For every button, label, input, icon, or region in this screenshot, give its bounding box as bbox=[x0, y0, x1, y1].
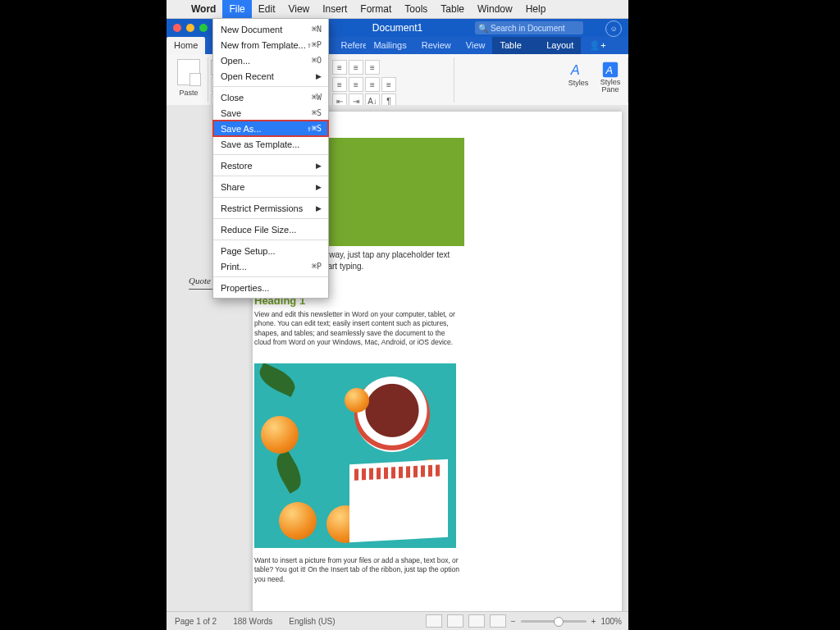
clipboard-icon bbox=[177, 59, 200, 85]
body-paragraph[interactable]: View and edit this newsletter in Word on… bbox=[254, 310, 459, 348]
peach-icon bbox=[345, 388, 369, 413]
share-button[interactable]: 👤+ Share ▾ bbox=[581, 37, 628, 54]
styles-pane-label: Styles Pane bbox=[596, 79, 624, 94]
menu-item-page-setup[interactable]: Page Setup... bbox=[213, 243, 328, 258]
app-name[interactable]: Word bbox=[185, 3, 222, 15]
styles-group: A Styles A Styles Pane bbox=[562, 57, 628, 103]
zoom-icon[interactable] bbox=[199, 24, 208, 32]
menu-edit[interactable]: Edit bbox=[252, 0, 282, 18]
search-icon: 🔍 bbox=[478, 24, 488, 33]
zoom-slider[interactable] bbox=[521, 620, 587, 623]
paste-group[interactable]: Paste bbox=[170, 57, 208, 103]
menu-view[interactable]: View bbox=[281, 0, 316, 18]
tab-layout[interactable]: Layout bbox=[539, 37, 581, 54]
view-print-layout-button[interactable] bbox=[426, 614, 442, 628]
bullets-button[interactable]: ≡ bbox=[332, 60, 347, 75]
zoom-out-button[interactable]: − bbox=[511, 617, 516, 626]
mac-menubar[interactable]: Word File Edit View Insert Format Tools … bbox=[167, 0, 628, 19]
tab-review[interactable]: Review bbox=[414, 37, 459, 54]
view-outline-button[interactable] bbox=[468, 614, 485, 628]
numbering-button[interactable]: ≡ bbox=[349, 60, 363, 75]
menu-item-new-document[interactable]: New Document⌘N bbox=[213, 21, 328, 37]
zoom-in-button[interactable]: + bbox=[591, 617, 596, 626]
quote-placeholder[interactable]: Quote bbox=[189, 276, 211, 285]
traffic-lights[interactable] bbox=[167, 24, 208, 32]
file-menu-dropdown: New Document⌘NNew from Template...⇧⌘POpe… bbox=[212, 18, 329, 299]
align-left-button[interactable]: ≡ bbox=[332, 77, 347, 92]
menu-window[interactable]: Window bbox=[471, 0, 519, 18]
styles-pane-icon[interactable]: A bbox=[601, 61, 619, 79]
multilevel-button[interactable]: ≡ bbox=[365, 60, 380, 75]
tab-view[interactable]: View bbox=[459, 37, 493, 54]
menu-item-share[interactable]: Share▶ bbox=[213, 179, 328, 194]
chevron-right-icon: ▶ bbox=[316, 183, 322, 191]
leaf-icon bbox=[255, 363, 299, 397]
menu-format[interactable]: Format bbox=[354, 0, 398, 18]
bowl-icon bbox=[354, 377, 430, 452]
menu-insert[interactable]: Insert bbox=[316, 0, 354, 18]
caption-text[interactable]: Want to insert a picture from your files… bbox=[254, 556, 459, 584]
view-draft-button[interactable] bbox=[490, 614, 506, 628]
menu-item-open[interactable]: Open...⌘O bbox=[213, 52, 328, 68]
leaf-icon bbox=[271, 450, 308, 494]
styles-icon[interactable]: A bbox=[569, 61, 587, 79]
tab-mailings[interactable]: Mailings bbox=[366, 37, 413, 54]
menu-item-save[interactable]: Save⌘S bbox=[213, 105, 328, 121]
tab-references[interactable]: References bbox=[333, 37, 366, 54]
menu-file[interactable]: File bbox=[222, 0, 251, 18]
document-title: Document1 bbox=[372, 22, 422, 34]
menu-tools[interactable]: Tools bbox=[398, 0, 434, 18]
close-icon[interactable] bbox=[173, 24, 181, 32]
menu-item-save-as-template[interactable]: Save as Template... bbox=[213, 136, 328, 152]
paragraph-group: ≡ ≡ ≡ ≡ ≡ ≡ ≡ ⇤ ⇥ A↓ ¶ bbox=[331, 57, 454, 103]
search-input[interactable]: 🔍 Search in Document bbox=[475, 21, 583, 34]
minimize-icon[interactable] bbox=[186, 24, 194, 32]
view-web-layout-button[interactable] bbox=[447, 614, 463, 628]
svg-text:A: A bbox=[605, 64, 614, 76]
menu-table[interactable]: Table bbox=[434, 0, 471, 18]
align-center-button[interactable]: ≡ bbox=[349, 77, 363, 92]
svg-text:A: A bbox=[570, 62, 580, 77]
zoom-level[interactable]: 100% bbox=[600, 617, 622, 626]
language-indicator[interactable]: English (US) bbox=[281, 617, 343, 626]
tab-home[interactable]: Home bbox=[167, 37, 205, 54]
menu-item-restore[interactable]: Restore▶ bbox=[213, 158, 328, 173]
menu-item-close[interactable]: Close⌘W bbox=[213, 89, 328, 105]
search-placeholder: Search in Document bbox=[491, 24, 565, 33]
peach-icon bbox=[279, 502, 317, 540]
menu-item-restrict-permissions[interactable]: Restrict Permissions▶ bbox=[213, 200, 328, 216]
word-count[interactable]: 188 Words bbox=[225, 617, 281, 626]
napkin-icon bbox=[349, 459, 448, 542]
page-indicator[interactable]: Page 1 of 2 bbox=[167, 617, 225, 626]
chevron-right-icon: ▶ bbox=[316, 162, 322, 170]
menu-item-print[interactable]: Print...⌘P bbox=[213, 258, 328, 274]
chevron-right-icon: ▶ bbox=[316, 72, 322, 80]
chevron-right-icon: ▶ bbox=[316, 204, 322, 212]
document-image[interactable] bbox=[254, 363, 456, 548]
peach-icon bbox=[261, 416, 299, 454]
paste-label: Paste bbox=[170, 89, 208, 97]
menu-item-properties[interactable]: Properties... bbox=[213, 280, 328, 295]
styles-label: Styles bbox=[565, 79, 591, 87]
menu-help[interactable]: Help bbox=[519, 0, 553, 18]
user-icon[interactable]: ☺ bbox=[605, 21, 622, 37]
tab-table-design[interactable]: Table Design bbox=[492, 37, 539, 54]
justify-button[interactable]: ≡ bbox=[381, 77, 396, 92]
align-right-button[interactable]: ≡ bbox=[365, 77, 380, 92]
menu-item-reduce-file-size[interactable]: Reduce File Size... bbox=[213, 221, 328, 237]
status-bar: Page 1 of 2 188 Words English (US) − + 1… bbox=[167, 611, 628, 630]
menu-item-new-from-template[interactable]: New from Template...⇧⌘P bbox=[213, 37, 328, 52]
menu-item-save-as[interactable]: Save As...⇧⌘S bbox=[213, 121, 328, 136]
menu-item-open-recent[interactable]: Open Recent▶ bbox=[213, 68, 328, 84]
